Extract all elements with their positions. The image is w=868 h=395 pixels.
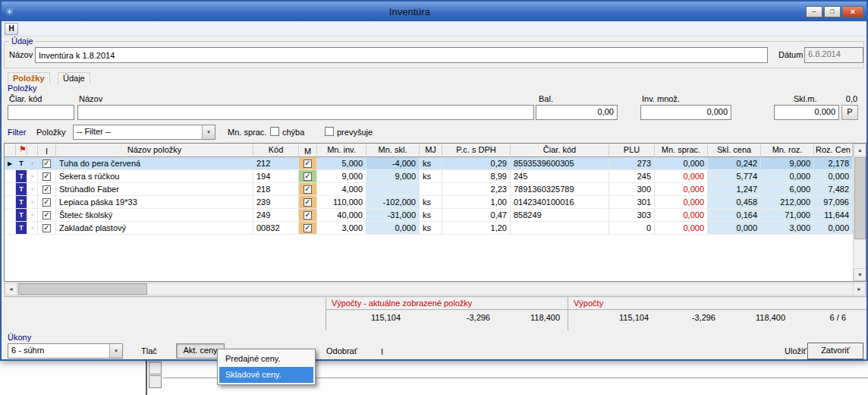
checkbox-checked-icon[interactable]: ✓ [303,185,312,194]
maximize-button[interactable]: □ [824,6,841,17]
grid-header-selector [5,144,16,157]
checkbox-checked-icon[interactable]: ✓ [42,198,51,207]
cell-roz-cena: 0,000 [814,170,853,183]
row-dot-icon: ◦ [27,196,38,209]
vertical-scroll-thumb[interactable] [854,157,866,239]
ciar-kod-input[interactable] [8,105,74,120]
minimize-button[interactable]: – [806,6,822,17]
checkbox-checked-icon[interactable]: ✓ [303,172,312,181]
checkbox-checked-icon[interactable]: ✓ [42,160,51,168]
table-row[interactable]: T ◦ ✓ Sekera s rúčkou 194 ✓ 9,000 9,000 … [5,170,853,183]
chyba-checkbox[interactable] [270,127,279,136]
table-row[interactable]: T ◦ ✓ Lepiaca páska 19*33 239 ✓ 110,000 … [5,196,853,209]
prevysuje-checkbox[interactable] [325,127,334,136]
bal-field[interactable]: 0,00 [536,105,618,120]
row-i-checkbox[interactable]: ✓ [38,209,56,222]
grid-header-mj[interactable]: MJ [420,144,442,157]
grid-header-m[interactable]: M [299,144,317,157]
checkbox-checked-icon[interactable]: ✓ [42,211,51,220]
checkbox-checked-icon[interactable]: ✓ [42,185,51,194]
table-row[interactable]: T ◦ ✓ Štetec školský 249 ✓ 40,000 -31,00… [5,209,853,222]
toolbar-button-h[interactable]: H [5,23,18,35]
nazov-input[interactable] [35,47,768,63]
cell-kod: 249 [253,209,299,222]
sklm-field[interactable]: 0,000 [774,105,839,120]
checkbox-checked-icon[interactable]: ✓ [303,211,312,220]
ukony-combobox[interactable]: 6 - súhrn ▼ [8,343,123,359]
inventura-window: ✳ Inventúra – □ × H Údaje Názov Dátum 6.… [0,0,868,361]
cell-skl-cena: 5,774 [708,170,761,183]
tab-udaje[interactable]: Údaje [58,72,90,84]
ulozit-button[interactable]: Uložiť [785,346,807,356]
row-i-checkbox[interactable]: ✓ [38,170,56,183]
datum-field: 6.8.2014 [804,47,863,63]
scroll-right-icon[interactable]: ► [853,283,866,295]
nazov-search-input[interactable] [77,105,534,120]
cell-roz-cena: 7,482 [814,183,853,196]
grid-header-mn-skl[interactable]: Mn. skl. [366,144,420,157]
filter-combobox[interactable]: -- Filter -- ▼ [73,125,215,140]
grid-header-ciar-kod[interactable]: Čiar. kód [511,144,609,157]
close-button[interactable]: × [842,6,863,17]
menu-item-predajne-ceny[interactable]: Predajné ceny. [219,351,313,367]
odobrat-button[interactable]: Odobrať [326,346,357,356]
titlebar[interactable]: ✳ Inventúra – □ × [2,2,866,21]
row-m-checkbox[interactable]: ✓ [299,157,317,170]
chevron-down-icon[interactable]: ▼ [109,344,122,358]
cell-roz-cena: 2,178 [814,157,853,170]
scroll-left-icon[interactable]: ◄ [5,283,17,295]
background-cell [149,375,162,388]
grid-header-pc-dph[interactable]: P.c. s DPH [442,144,511,157]
row-m-checkbox[interactable]: ✓ [299,196,317,209]
cell-mn-sprac: 0,000 [655,222,708,235]
checkbox-checked-icon[interactable]: ✓ [303,198,312,207]
menu-item-skladove-ceny[interactable]: Skladové ceny. [219,367,313,383]
akt-ceny-dropdown-menu: Predajné ceny. Skladové ceny. [217,349,316,385]
row-i-checkbox[interactable]: ✓ [38,196,56,209]
scroll-up-icon[interactable]: ▲ [854,144,866,156]
inv-mnoz-field[interactable]: 0,000 [640,105,731,120]
cell-mn-sprac: 0,000 [655,170,708,183]
grid-body[interactable]: ▶ T ◦ ✓ Tuha do pera červená 212 ✓ 5,000… [5,157,853,235]
checkbox-checked-icon[interactable]: ✓ [42,224,51,232]
grid-header-roz-cena[interactable]: Roz. Cen [814,144,853,157]
horizontal-scroll-thumb[interactable] [18,283,147,295]
table-row[interactable]: ▶ T ◦ ✓ Tuha do pera červená 212 ✓ 5,000… [5,157,853,170]
row-i-checkbox[interactable]: ✓ [38,183,56,196]
grid-header-skl-cena[interactable]: Skl. cena [708,144,761,157]
row-m-checkbox[interactable]: ✓ [299,183,317,196]
horizontal-scrollbar[interactable]: ◄ ► [4,283,866,295]
table-row[interactable]: T ◦ ✓ Strúhadlo Faber 218 ✓ 4,000 2,23 7… [5,183,853,196]
grid-header-plu[interactable]: PLU [609,144,655,157]
row-m-checkbox[interactable]: ✓ [299,209,317,222]
bal-label: Bal. [539,94,553,103]
row-i-checkbox[interactable]: ✓ [38,222,56,235]
chevron-down-icon[interactable]: ▼ [202,125,215,139]
grid-header-i[interactable]: I [38,144,56,157]
row-m-checkbox[interactable]: ✓ [299,222,317,235]
ukony-combobox-value: 6 - súhrn [8,344,109,358]
checkbox-checked-icon[interactable]: ✓ [303,224,312,232]
scroll-down-icon[interactable]: ▼ [854,268,866,281]
background-divider [146,360,147,395]
grid-header-nazov[interactable]: Názov položky [56,144,253,157]
row-i-checkbox[interactable]: ✓ [38,157,56,170]
grid-header-kod[interactable]: Kód [253,144,299,157]
zatvorit-button[interactable]: Zatvoriť [807,343,863,359]
p-button[interactable]: P [841,105,858,120]
vertical-scrollbar[interactable]: ▲ ▼ [853,144,866,281]
tab-polozky[interactable]: Položky [8,72,50,84]
grid-header[interactable]: ⚑ I Názov položky Kód M Mn. inv. Mn. skl… [5,144,853,157]
checkbox-checked-icon[interactable]: ✓ [303,160,312,168]
grid-header-mn-inv[interactable]: Mn. inv. [317,144,366,157]
cell-plu: 245 [609,170,655,183]
row-m-checkbox[interactable]: ✓ [299,170,317,183]
checkbox-checked-icon[interactable]: ✓ [42,172,51,181]
grid-header-mn-roz[interactable]: Mn. roz. [761,144,814,157]
row-type-badge: T [16,157,27,170]
table-row[interactable]: T ◦ ✓ Zakladač plastový 00832 ✓ 3,000 0,… [5,222,853,235]
cell-ciar-kod [511,222,609,235]
cell-plu: 300 [609,183,655,196]
tlac-button[interactable]: Tlač [141,346,157,356]
grid-header-mn-sprac[interactable]: Mn. sprac. [655,144,708,157]
